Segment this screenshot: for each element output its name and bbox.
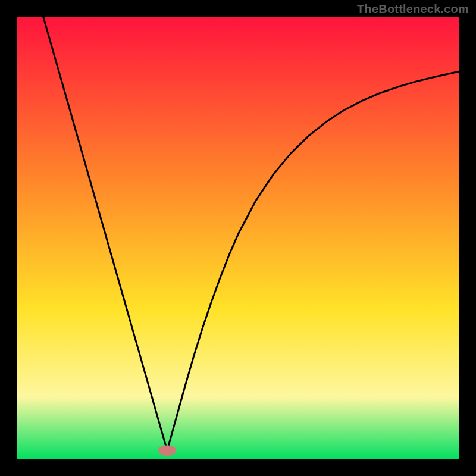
chart-frame: TheBottleneck.com (0, 0, 476, 476)
bottleneck-chart (17, 17, 459, 459)
plot-area (17, 17, 459, 459)
watermark-text: TheBottleneck.com (357, 2, 469, 16)
gradient-background (17, 17, 459, 459)
minimum-marker (158, 445, 176, 456)
